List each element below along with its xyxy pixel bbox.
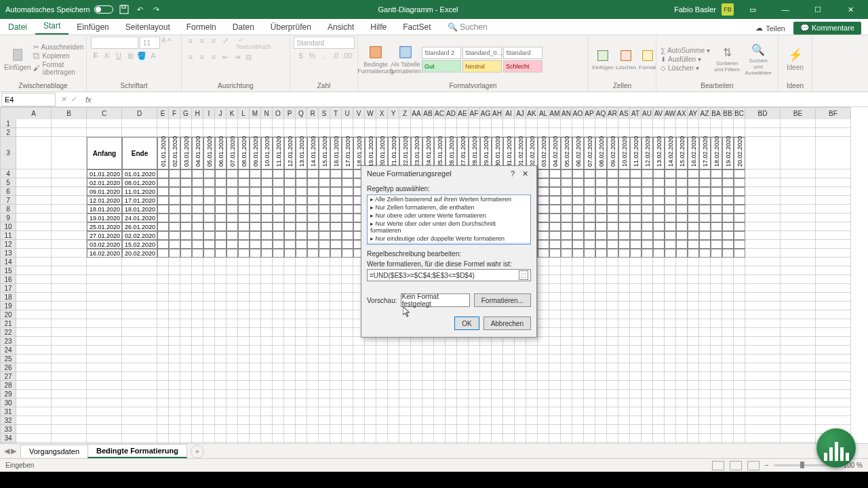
autosave-toggle[interactable]: Automatisches Speichern: [5, 5, 113, 14]
cell[interactable]: [422, 443, 434, 443]
cell[interactable]: [711, 381, 722, 390]
cell[interactable]: [215, 310, 226, 319]
cell[interactable]: [226, 249, 238, 258]
cell[interactable]: [296, 187, 307, 196]
cell[interactable]: [16, 266, 52, 275]
cell[interactable]: [353, 399, 365, 407]
cell[interactable]: [446, 407, 457, 416]
cell[interactable]: [226, 231, 238, 240]
cell[interactable]: 12.02.2020: [642, 137, 653, 169]
cell[interactable]: [595, 381, 607, 390]
cell[interactable]: [561, 407, 572, 416]
cell[interactable]: [745, 372, 781, 381]
cell[interactable]: [192, 337, 203, 346]
col-header[interactable]: P: [284, 107, 296, 119]
cell[interactable]: [330, 319, 342, 328]
cell[interactable]: [711, 231, 722, 240]
cell[interactable]: [353, 354, 365, 363]
cell[interactable]: [261, 407, 273, 416]
cell[interactable]: [607, 275, 618, 284]
cell[interactable]: [618, 169, 630, 178]
cell[interactable]: [665, 205, 676, 214]
cell[interactable]: [203, 416, 215, 425]
cell[interactable]: [203, 425, 215, 434]
cell[interactable]: [215, 266, 226, 275]
cell[interactable]: [157, 319, 169, 328]
cell[interactable]: [699, 178, 711, 187]
cell[interactable]: [365, 372, 376, 381]
comma-icon[interactable]: ,: [319, 52, 329, 60]
cell[interactable]: [595, 275, 607, 284]
cell[interactable]: [261, 310, 273, 319]
cell[interactable]: [526, 363, 538, 372]
col-header[interactable]: I: [203, 107, 215, 119]
cell[interactable]: [653, 178, 665, 187]
cell[interactable]: [284, 196, 296, 205]
cell[interactable]: [52, 178, 87, 187]
cell[interactable]: [561, 310, 572, 319]
cell[interactable]: [330, 249, 342, 258]
cell[interactable]: [330, 222, 342, 231]
cell[interactable]: [169, 293, 180, 302]
cell[interactable]: [549, 302, 561, 310]
cell[interactable]: [365, 434, 376, 443]
cell[interactable]: [722, 399, 734, 407]
cell[interactable]: [781, 137, 816, 169]
cell[interactable]: 08.01.2020: [238, 137, 250, 169]
cell[interactable]: [238, 258, 250, 266]
cell[interactable]: [745, 169, 781, 178]
cell[interactable]: [422, 119, 434, 128]
cell[interactable]: 23.01.2020: [411, 137, 422, 169]
cell[interactable]: [492, 425, 503, 434]
cell[interactable]: [711, 119, 722, 128]
cell[interactable]: [538, 416, 549, 425]
cell[interactable]: [618, 434, 630, 443]
cell[interactable]: [16, 319, 52, 328]
cell[interactable]: [284, 407, 296, 416]
cell[interactable]: Ende: [122, 137, 157, 169]
cell[interactable]: [157, 416, 169, 425]
cell[interactable]: [261, 328, 273, 337]
cell[interactable]: [273, 214, 284, 222]
cell[interactable]: [665, 293, 676, 302]
cell[interactable]: [538, 266, 549, 275]
cell[interactable]: [16, 346, 52, 354]
cell[interactable]: [688, 205, 699, 214]
cell[interactable]: [595, 214, 607, 222]
cell[interactable]: [676, 249, 688, 258]
cell[interactable]: [52, 302, 87, 310]
cell[interactable]: [676, 196, 688, 205]
cell[interactable]: [296, 407, 307, 416]
cell[interactable]: [122, 372, 157, 381]
cell[interactable]: [734, 416, 745, 425]
cell[interactable]: [549, 328, 561, 337]
cell[interactable]: [342, 266, 353, 275]
cell[interactable]: [342, 214, 353, 222]
cell[interactable]: 18.01.2020: [122, 205, 157, 214]
cell[interactable]: [215, 407, 226, 416]
cell[interactable]: [87, 425, 122, 434]
cell[interactable]: [215, 240, 226, 249]
col-header[interactable]: A: [16, 107, 52, 119]
cell[interactable]: [434, 372, 446, 381]
cell[interactable]: [734, 399, 745, 407]
cell[interactable]: [607, 222, 618, 231]
cell[interactable]: [665, 407, 676, 416]
cell[interactable]: [330, 381, 342, 390]
cell[interactable]: [284, 319, 296, 328]
cell[interactable]: [572, 293, 584, 302]
cell[interactable]: [711, 284, 722, 293]
cell[interactable]: [319, 302, 330, 310]
cell[interactable]: [353, 346, 365, 354]
cell[interactable]: [342, 381, 353, 390]
cell[interactable]: [388, 416, 399, 425]
cell[interactable]: 19.01.2020: [87, 214, 122, 222]
cell[interactable]: [734, 390, 745, 399]
cell[interactable]: [676, 284, 688, 293]
cell[interactable]: 26.01.2020: [446, 137, 457, 169]
toggle-switch-icon[interactable]: [94, 5, 113, 14]
cell[interactable]: [549, 310, 561, 319]
cell[interactable]: [480, 434, 492, 443]
cell[interactable]: 05.01.2020: [203, 137, 215, 169]
cell[interactable]: [642, 407, 653, 416]
